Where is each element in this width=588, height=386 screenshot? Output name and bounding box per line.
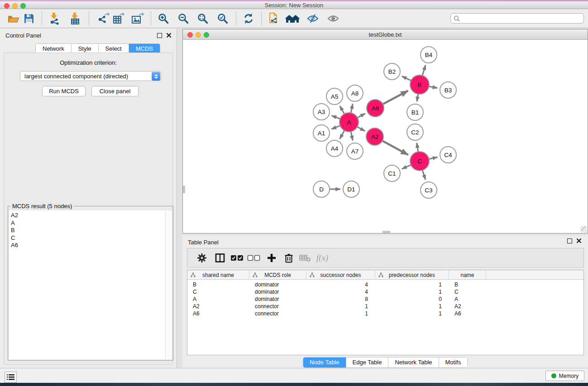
graph-node-C[interactable]: C <box>410 152 429 171</box>
graph-node-A1[interactable]: A1 <box>313 125 330 141</box>
table-cell[interactable]: 4 <box>306 289 375 296</box>
table-settings-button[interactable] <box>195 251 209 265</box>
deselect-all-button[interactable] <box>247 251 261 265</box>
optimization-criterion-select[interactable]: largest connected component (directed) <box>20 71 161 81</box>
table-cell[interactable]: C <box>449 289 486 296</box>
table-cell[interactable]: A6 <box>187 310 249 318</box>
mcds-result-item[interactable]: C <box>11 234 165 242</box>
search-input[interactable] <box>462 14 581 23</box>
table-cell[interactable]: B <box>449 281 486 289</box>
network-window-titlebar[interactable]: testGlobe.txt <box>183 29 588 40</box>
graph-node-A2[interactable]: A2 <box>366 128 383 145</box>
table-cell[interactable]: 1 <box>375 281 449 289</box>
table-cell[interactable]: 0 <box>375 296 449 303</box>
tab-motifs[interactable]: Motifs <box>439 357 468 367</box>
table-cell[interactable]: A2 <box>187 303 249 310</box>
export-table-button[interactable] <box>111 11 126 26</box>
run-mcds-button[interactable]: Run MCDS <box>42 86 86 96</box>
table-float-panel-icon[interactable] <box>567 238 572 243</box>
node-table[interactable]: shared nameMCDS rolesuccessor nodesprede… <box>187 270 584 355</box>
function-builder-button[interactable]: f(x) <box>315 251 330 265</box>
graph-node-A5[interactable]: A5 <box>326 88 343 105</box>
delete-table-button[interactable] <box>298 251 312 265</box>
graph-node-A4[interactable]: A4 <box>326 140 343 157</box>
graph-node-A6[interactable]: A6 <box>367 100 384 117</box>
table-cell[interactable]: connector <box>249 303 306 310</box>
table-cell[interactable]: 8 <box>306 296 375 303</box>
network-vertical-scroll-thumb[interactable] <box>183 186 185 193</box>
graph-node-B2[interactable]: B2 <box>384 63 400 80</box>
home-button[interactable] <box>285 11 300 26</box>
table-cell[interactable]: 1 <box>306 303 375 310</box>
network-from-file-button[interactable] <box>266 11 282 26</box>
zoom-out-button[interactable] <box>176 11 191 26</box>
float-panel-icon[interactable] <box>157 33 162 38</box>
graph-node-D1[interactable]: D1 <box>343 181 359 197</box>
close-panel-icon[interactable] <box>166 33 172 38</box>
mcds-result-item[interactable]: A2 <box>11 212 165 219</box>
delete-column-button[interactable] <box>282 251 296 265</box>
graph-node-C4[interactable]: C4 <box>440 147 456 163</box>
table-cell[interactable]: A6 <box>449 310 486 318</box>
hide-graphics-details-button[interactable] <box>305 11 320 26</box>
column-header-successor-nodes[interactable]: successor nodes <box>306 270 375 280</box>
table-row[interactable]: Bdominator41B <box>187 281 583 289</box>
create-column-button[interactable] <box>264 251 279 265</box>
table-row[interactable]: A2connector11A2 <box>187 303 583 310</box>
tab-network[interactable]: Network <box>36 44 72 53</box>
tab-network-table[interactable]: Network Table <box>388 357 439 367</box>
table-cell[interactable]: B <box>187 281 249 289</box>
graph-node-D[interactable]: D <box>313 181 330 197</box>
network-horizontal-scroll-thumb[interactable] <box>382 231 390 233</box>
graph-node-B4[interactable]: B4 <box>421 47 437 63</box>
graph-node-A8[interactable]: A8 <box>347 85 363 101</box>
column-header-MCDS-role[interactable]: MCDS role <box>249 270 306 280</box>
search-field[interactable] <box>450 13 584 24</box>
graph-node-A[interactable]: A <box>339 113 359 132</box>
table-cell[interactable]: A <box>449 296 486 303</box>
window-resize-grip[interactable] <box>581 226 587 233</box>
table-cell[interactable]: A <box>187 296 249 303</box>
menu-list-button[interactable] <box>5 372 17 383</box>
network-graph[interactable]: B4B2BB3A8A5A6A3B1AC2A1A2A4A7C4CC1DD1C3 <box>183 40 588 233</box>
open-session-button[interactable] <box>5 11 21 26</box>
table-cell[interactable]: dominator <box>249 281 306 289</box>
table-cell[interactable]: 1 <box>375 289 449 296</box>
export-image-button[interactable] <box>130 11 145 26</box>
table-cell[interactable]: 1 <box>375 310 449 318</box>
graph-node-A3[interactable]: A3 <box>313 104 330 120</box>
table-cell[interactable]: dominator <box>249 296 306 303</box>
table-cell[interactable]: dominator <box>249 289 306 296</box>
memory-button[interactable]: Memory <box>545 371 584 381</box>
tab-style[interactable]: Style <box>72 44 99 53</box>
table-close-panel-icon[interactable] <box>576 238 582 243</box>
show-columns-button[interactable] <box>213 251 227 265</box>
export-network-button[interactable] <box>96 11 111 26</box>
table-cell[interactable]: A2 <box>449 303 486 310</box>
zoom-fit-button[interactable] <box>195 11 210 26</box>
mcds-result-item[interactable]: A6 <box>11 242 165 249</box>
select-all-button[interactable] <box>230 251 244 265</box>
import-network-button[interactable] <box>48 11 63 26</box>
graph-node-B1[interactable]: B1 <box>407 104 423 120</box>
table-row[interactable]: Cdominator41C <box>187 289 583 296</box>
close-panel-button[interactable]: Close panel <box>91 86 139 96</box>
tab-mcds[interactable]: MCDS <box>129 44 160 53</box>
table-cell[interactable]: C <box>187 289 249 296</box>
graph-node-A7[interactable]: A7 <box>347 143 363 159</box>
mcds-result-list[interactable]: A2ABCA6 <box>9 210 165 359</box>
show-graphics-details-button[interactable] <box>325 11 341 26</box>
column-header-predecessor-nodes[interactable]: predecessor nodes <box>375 270 449 280</box>
table-row[interactable]: Adominator80A <box>187 296 583 303</box>
tab-node-table[interactable]: Node Table <box>303 357 346 367</box>
graph-node-C1[interactable]: C1 <box>384 165 400 181</box>
table-cell[interactable]: 4 <box>306 281 375 289</box>
graph-node-B3[interactable]: B3 <box>440 82 456 98</box>
zoom-in-button[interactable] <box>156 11 171 26</box>
mcds-result-item[interactable]: B <box>11 227 165 234</box>
column-header-name[interactable]: name <box>449 270 486 280</box>
save-session-button[interactable] <box>21 11 37 26</box>
mcds-result-scrollbar[interactable] <box>165 210 172 359</box>
mcds-result-item[interactable]: A <box>11 219 165 227</box>
graph-node-B[interactable]: B <box>410 75 429 94</box>
